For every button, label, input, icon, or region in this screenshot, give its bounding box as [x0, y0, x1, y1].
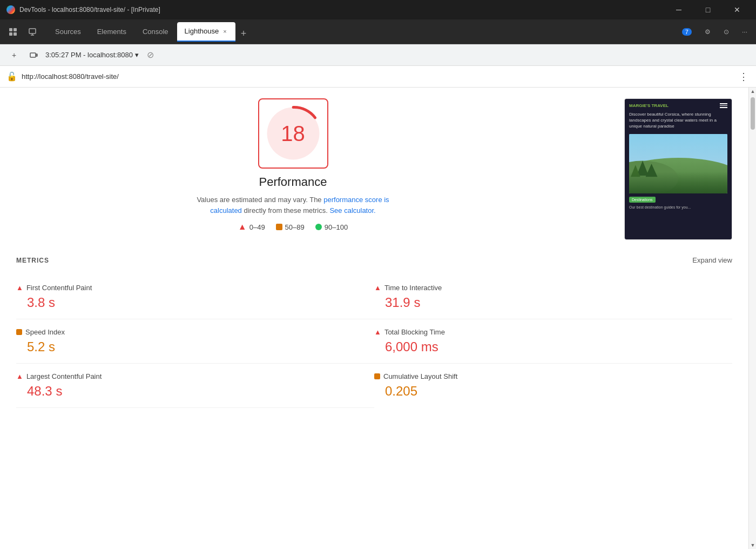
fcp-name: First Contentful Paint: [26, 284, 92, 292]
score-desc-mid: directly from these metrics.: [244, 206, 329, 215]
scrollbar: ▲ ▼: [748, 88, 756, 549]
tab-console-label: Console: [143, 28, 168, 36]
dropdown-arrow-icon[interactable]: ▾: [135, 51, 139, 59]
metrics-grid: ▲ First Contentful Paint 3.8 s ▲ Time to…: [16, 275, 732, 408]
cls-name: Cumulative Layout Shift: [383, 372, 457, 380]
score-legend: ▲ 0–49 50–89 90–100: [238, 222, 348, 232]
legend-green-range: 90–100: [325, 223, 348, 231]
svg-rect-1: [14, 28, 17, 31]
scrollbar-down-arrow[interactable]: ▼: [749, 541, 756, 549]
tbt-name: Total Blocking Time: [384, 328, 445, 336]
tab-bar-right-controls: 7 ⚙ ⊙ ···: [678, 26, 752, 38]
person-icon: ⊙: [724, 28, 729, 36]
preview-text: Discover beautiful Corsica, where stunni…: [629, 111, 727, 130]
tti-warning-icon: ▲: [374, 284, 381, 292]
metric-fcp: ▲ First Contentful Paint 3.8 s: [16, 275, 374, 319]
main-content: 18 Performance Values are estimated and …: [0, 88, 756, 549]
title-bar: DevTools - localhost:8080/travel-site/ -…: [0, 0, 756, 19]
svg-rect-8: [36, 54, 37, 56]
tab-elements-label: Elements: [97, 28, 126, 36]
device-mode-button[interactable]: [26, 48, 41, 63]
metric-lcp-header: ▲ Largest Contentful Paint: [16, 372, 374, 380]
preview-logo: MARGIE'S TRAVEL: [629, 103, 669, 108]
tab-lighthouse-close[interactable]: ×: [222, 27, 227, 36]
lcp-value: 48.3 s: [16, 384, 374, 399]
tti-name: Time to Interactive: [384, 284, 442, 292]
stop-button[interactable]: ⊘: [143, 48, 158, 63]
scrollbar-up-arrow[interactable]: ▲: [749, 88, 756, 95]
score-left: 18 Performance Values are estimated and …: [16, 98, 570, 232]
metric-tti-header: ▲ Time to Interactive: [374, 284, 732, 292]
profile-button[interactable]: ⊙: [719, 26, 733, 38]
red-triangle-icon: ▲: [238, 222, 247, 232]
preview-badge: Destinations: [629, 197, 656, 203]
inspect-button[interactable]: [24, 23, 41, 41]
tab-sources[interactable]: Sources: [48, 22, 89, 42]
orange-square-icon: [276, 224, 282, 230]
tbt-warning-icon: ▲: [374, 328, 381, 336]
tab-elements[interactable]: Elements: [90, 22, 134, 42]
metrics-title: METRICS: [16, 257, 49, 264]
expand-view-button[interactable]: Expand view: [692, 256, 732, 264]
svg-rect-0: [9, 28, 12, 31]
svg-rect-4: [29, 29, 36, 34]
add-tab-button[interactable]: +: [6, 48, 22, 63]
tab-sources-label: Sources: [55, 28, 81, 36]
tab-lighthouse[interactable]: Lighthouse ×: [177, 22, 235, 42]
more-icon: ···: [742, 28, 747, 36]
metric-tbt-header: ▲ Total Blocking Time: [374, 328, 732, 336]
url-display: http://localhost:8080/travel-site/: [22, 72, 734, 81]
tab-bar: Sources Elements Console Lighthouse × + …: [0, 19, 756, 44]
cls-warning-icon: [374, 373, 380, 379]
legend-orange: 50–89: [276, 223, 305, 231]
scrollbar-thumb[interactable]: [751, 97, 755, 130]
si-name: Speed Index: [25, 328, 65, 336]
time-host-display: 3:05:27 PM - localhost:8080 ▾: [45, 51, 139, 59]
notifications-button[interactable]: 7: [678, 26, 696, 38]
fcp-warning-icon: ▲: [16, 284, 23, 292]
metric-fcp-header: ▲ First Contentful Paint: [16, 284, 374, 292]
tti-value: 31.9 s: [374, 295, 732, 310]
tab-console[interactable]: Console: [135, 22, 176, 42]
gear-icon: ⚙: [705, 28, 711, 36]
preview-inner: MARGIE'S TRAVEL Discover beautiful Corsi…: [625, 99, 732, 239]
address-bar-row: + 3:05:27 PM - localhost:8080 ▾ ⊘: [0, 44, 756, 66]
more-button[interactable]: ···: [738, 26, 752, 38]
new-tab-button[interactable]: +: [237, 26, 251, 42]
metric-tti: ▲ Time to Interactive 31.9 s: [374, 275, 732, 319]
metric-lcp: ▲ Largest Contentful Paint 48.3 s: [16, 364, 374, 408]
metric-tbt: ▲ Total Blocking Time 6,000 ms: [374, 319, 732, 364]
time-text: 3:05:27 PM - localhost:8080: [45, 51, 133, 59]
tabs-container: Sources Elements Console Lighthouse × +: [48, 22, 678, 42]
url-more-button[interactable]: ⋮: [739, 71, 750, 83]
site-preview: MARGIE'S TRAVEL Discover beautiful Corsi…: [624, 98, 732, 240]
content-area: 18 Performance Values are estimated and …: [0, 88, 748, 419]
score-circle-wrapper: 18: [258, 98, 328, 169]
performance-score: 18: [281, 122, 305, 146]
preview-menu-icon: [720, 103, 727, 108]
window-controls: ─ □ ✕: [666, 0, 750, 19]
calculator-link[interactable]: See calculator.: [329, 206, 375, 215]
preview-subtext: Our best destination guides for you...: [629, 205, 727, 210]
lcp-warning-icon: ▲: [16, 372, 23, 380]
score-section: 18 Performance Values are estimated and …: [16, 98, 732, 240]
metrics-header: METRICS Expand view: [16, 256, 732, 264]
window-title: DevTools - localhost:8080/travel-site/ -…: [19, 6, 666, 14]
tbt-value: 6,000 ms: [374, 339, 732, 354]
security-icon: 🔓: [6, 71, 17, 82]
score-desc-text: Values are estimated and may vary. The: [197, 196, 321, 204]
score-description: Values are estimated and may vary. The p…: [191, 195, 396, 216]
minimize-button[interactable]: ─: [666, 0, 691, 19]
tab-lighthouse-label: Lighthouse: [185, 27, 219, 35]
close-button[interactable]: ✕: [725, 0, 750, 19]
notification-badge: 7: [682, 28, 692, 36]
svg-rect-2: [9, 32, 12, 36]
restore-button[interactable]: □: [696, 0, 720, 19]
settings-button[interactable]: ⚙: [700, 26, 715, 38]
devtools-toggle-button[interactable]: [4, 23, 22, 41]
content-scroll[interactable]: 18 Performance Values are estimated and …: [0, 88, 748, 549]
menu-line-3: [720, 107, 727, 108]
menu-line-2: [720, 105, 727, 106]
si-value: 5.2 s: [16, 339, 374, 354]
plus-icon: +: [12, 51, 16, 59]
